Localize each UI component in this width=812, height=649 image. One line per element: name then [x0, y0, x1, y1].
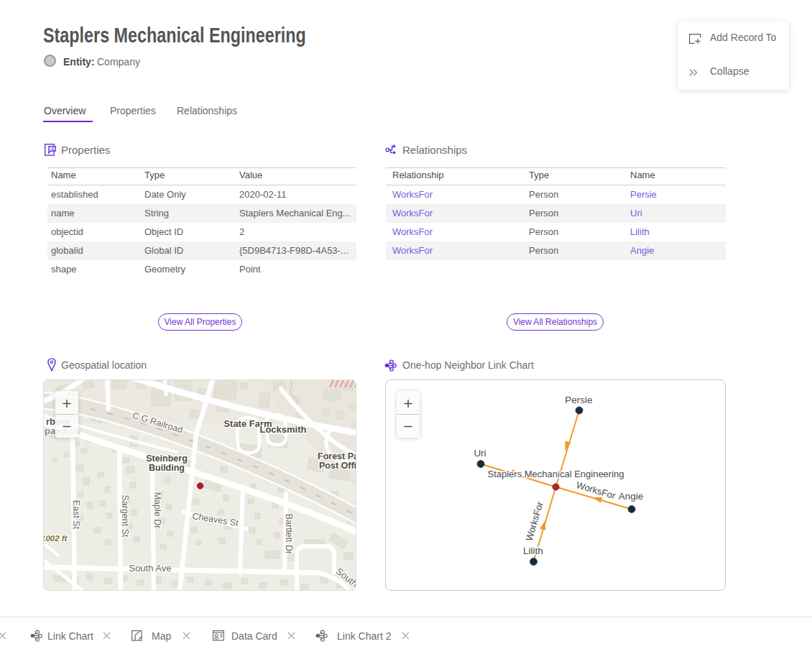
svg-text:C G Railroad: C G Railroad	[132, 410, 184, 436]
svg-text:Building: Building	[149, 463, 185, 473]
svg-text:East St: East St	[71, 500, 81, 530]
svg-text:Uri: Uri	[474, 448, 486, 459]
svg-text:Maple Dr: Maple Dr	[152, 492, 162, 529]
svg-text:Persie: Persie	[565, 395, 592, 405]
svg-text:Staplers Mechanical Engineerin: Staplers Mechanical Engineering	[487, 469, 624, 479]
svg-text:Steinberg: Steinberg	[146, 454, 188, 464]
svg-text:Cheaves St: Cheaves St	[192, 511, 240, 528]
svg-text:Bartlett Dr: Bartlett Dr	[284, 514, 294, 554]
svg-text:WorksFor: WorksFor	[524, 500, 546, 543]
svg-text:South: South	[334, 566, 356, 589]
svg-text:Locksmith: Locksmith	[259, 424, 306, 435]
svg-text:Angie: Angie	[619, 491, 644, 502]
svg-text:Forest Par: Forest Par	[318, 451, 356, 461]
svg-text:Post Offic: Post Offic	[319, 461, 356, 471]
svg-text:Lilith: Lilith	[523, 546, 543, 556]
svg-text:1002 ft: 1002 ft	[44, 534, 68, 543]
svg-text:South Ave: South Ave	[129, 563, 171, 574]
svg-text:Sargent St: Sargent St	[120, 494, 130, 538]
